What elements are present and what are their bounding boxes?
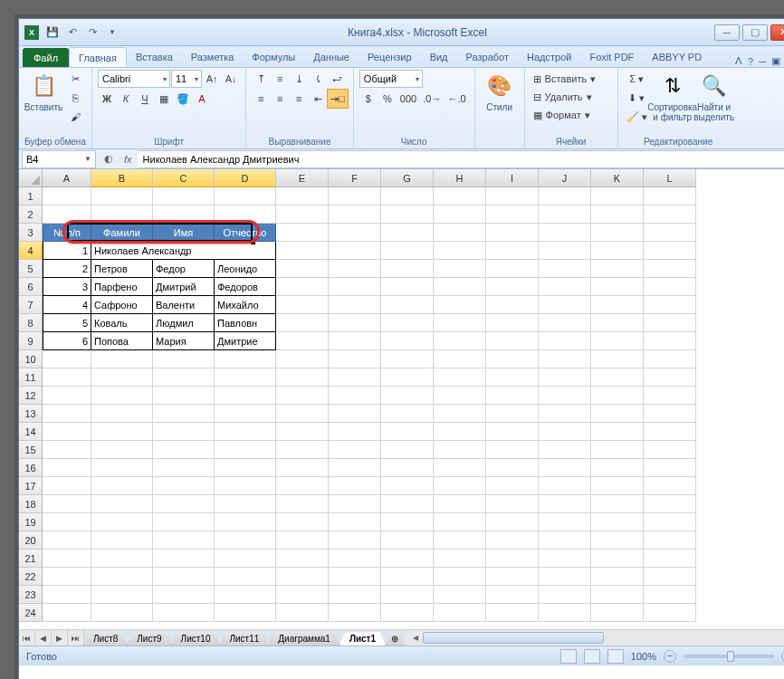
ribbon-tab-надстрой[interactable]: Надстрой — [518, 47, 580, 67]
horizontal-scrollbar[interactable]: ◀ ▶ — [408, 630, 784, 646]
cell-H21[interactable] — [434, 550, 486, 568]
ribbon-tab-abbyy pd[interactable]: ABBYY PD — [643, 47, 711, 67]
cell-K18[interactable] — [591, 495, 644, 513]
delete-cells-button[interactable]: ⊟Удалить ▾ — [531, 88, 612, 106]
zoom-out-button[interactable]: − — [664, 650, 676, 663]
cell-E11[interactable] — [276, 368, 329, 387]
cell-D15[interactable] — [215, 441, 276, 459]
cell-H12[interactable] — [434, 387, 486, 405]
cell-D22[interactable] — [215, 568, 276, 586]
cell-G15[interactable] — [381, 441, 434, 459]
cell-F4[interactable] — [329, 242, 381, 260]
cell-C20[interactable] — [153, 531, 215, 550]
cell-I3[interactable] — [486, 224, 539, 242]
cell-D17[interactable] — [215, 477, 276, 495]
col-header-I[interactable]: I — [486, 169, 539, 187]
cell-B22[interactable] — [91, 568, 153, 586]
cell-B20[interactable] — [91, 531, 153, 550]
cell-I15[interactable] — [486, 441, 539, 459]
increase-decimal-button[interactable]: .0→ — [420, 90, 444, 108]
col-header-K[interactable]: K — [591, 169, 644, 187]
cell-H2[interactable] — [434, 206, 486, 224]
ribbon-tab-вставка[interactable]: Вставка — [127, 47, 182, 67]
row-header-20[interactable]: 20 — [19, 531, 43, 550]
cell-K11[interactable] — [591, 368, 644, 387]
new-sheet-button[interactable]: ⊕ — [385, 632, 405, 646]
cell-H23[interactable] — [434, 586, 486, 604]
cell-E12[interactable] — [276, 387, 329, 405]
cell-E23[interactable] — [276, 586, 329, 604]
font-color-button[interactable]: A — [193, 90, 211, 108]
cell-F3[interactable] — [329, 224, 381, 242]
cell-J23[interactable] — [539, 586, 591, 604]
cell-B8[interactable]: Коваль — [91, 314, 153, 332]
save-icon[interactable]: 💾 — [44, 24, 61, 41]
cell-B18[interactable] — [91, 495, 153, 513]
cell-A6[interactable]: 3 — [43, 278, 91, 296]
cell-F22[interactable] — [329, 568, 381, 586]
cell-E16[interactable] — [276, 459, 329, 477]
cell-J9[interactable] — [539, 332, 591, 350]
format-cells-button[interactable]: ▦Формат ▾ — [531, 106, 612, 124]
row-header-2[interactable]: 2 — [19, 206, 43, 224]
cell-C7[interactable]: Валенти — [153, 296, 215, 314]
cell-K8[interactable] — [591, 314, 644, 332]
col-header-L[interactable]: L — [644, 169, 696, 187]
cell-K24[interactable] — [591, 604, 644, 622]
cell-G3[interactable] — [381, 224, 434, 242]
cell-L12[interactable] — [644, 387, 696, 405]
cell-C10[interactable] — [153, 350, 215, 368]
prev-sheet-button[interactable]: ◀ — [35, 630, 52, 646]
grow-font-button[interactable]: A↑ — [203, 70, 221, 88]
cell-E9[interactable] — [276, 332, 329, 350]
cell-A21[interactable] — [43, 550, 91, 568]
align-center-button[interactable]: ≡ — [271, 90, 289, 108]
zoom-value[interactable]: 100% — [631, 651, 656, 662]
cell-J14[interactable] — [539, 423, 591, 441]
cell-K20[interactable] — [591, 531, 644, 550]
cell-K9[interactable] — [591, 332, 644, 350]
row-header-1[interactable]: 1 — [19, 187, 43, 206]
cell-B19[interactable] — [91, 513, 153, 531]
cell-L7[interactable] — [644, 296, 696, 314]
cell-F14[interactable] — [329, 423, 381, 441]
ribbon-tab-разметка[interactable]: Разметка — [182, 47, 244, 67]
col-header-E[interactable]: E — [276, 169, 329, 187]
scroll-left-icon[interactable]: ◀ — [408, 630, 423, 646]
cell-J5[interactable] — [539, 260, 591, 278]
cell-C2[interactable] — [153, 206, 215, 224]
cell-H1[interactable] — [434, 187, 486, 206]
cell-D13[interactable] — [215, 405, 276, 423]
cell-B5[interactable]: Петров — [91, 260, 153, 278]
ribbon-tab-данные[interactable]: Данные — [304, 47, 359, 67]
number-format-dropdown[interactable]: Общий — [359, 70, 423, 88]
cell-A19[interactable] — [43, 513, 91, 531]
col-header-H[interactable]: H — [434, 169, 486, 187]
row-header-3[interactable]: 3 — [19, 224, 43, 242]
cell-A5[interactable]: 2 — [43, 260, 91, 278]
cell-B17[interactable] — [91, 477, 153, 495]
cell-G2[interactable] — [381, 206, 434, 224]
cell-B23[interactable] — [91, 586, 153, 604]
italic-button[interactable]: К — [117, 90, 135, 108]
cell-D21[interactable] — [215, 550, 276, 568]
cell-J10[interactable] — [539, 350, 591, 368]
merge-center-button[interactable]: ⇥□ — [328, 90, 348, 108]
cell-I21[interactable] — [486, 550, 539, 568]
cell-A4[interactable]: 1 — [43, 242, 91, 260]
cell-I20[interactable] — [486, 531, 539, 550]
cell-I17[interactable] — [486, 477, 539, 495]
cell-G16[interactable] — [381, 459, 434, 477]
row-header-8[interactable]: 8 — [19, 314, 43, 332]
cell-L15[interactable] — [644, 441, 696, 459]
cell-E18[interactable] — [276, 495, 329, 513]
find-select-button[interactable]: 🔍 Найти и выделить — [695, 70, 733, 124]
cell-D18[interactable] — [215, 495, 276, 513]
cell-H19[interactable] — [434, 513, 486, 531]
cell-B16[interactable] — [91, 459, 153, 477]
cell-E7[interactable] — [276, 296, 329, 314]
cell-F16[interactable] — [329, 459, 381, 477]
cell-A20[interactable] — [43, 531, 91, 550]
cell-C1[interactable] — [153, 187, 215, 206]
cell-C22[interactable] — [153, 568, 215, 586]
